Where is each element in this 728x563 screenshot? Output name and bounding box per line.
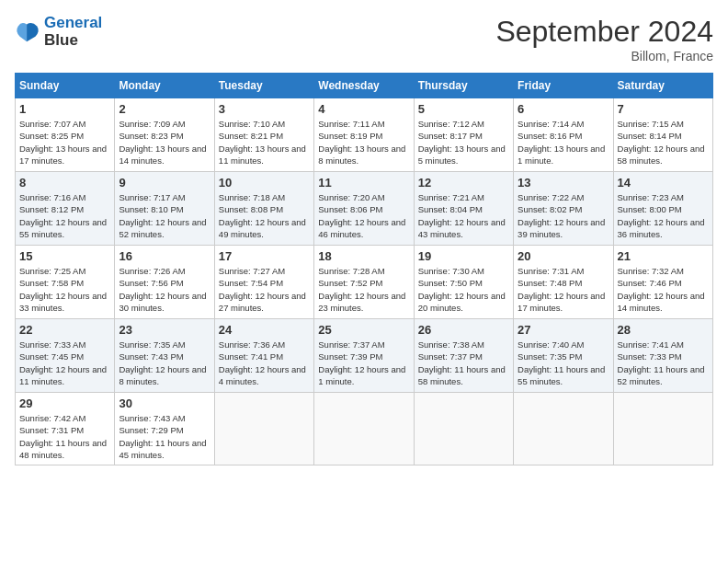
weekday-header-row: SundayMondayTuesdayWednesdayThursdayFrid… — [16, 74, 713, 98]
day-number: 1 — [19, 102, 110, 116]
weekday-header-thursday: Thursday — [414, 74, 513, 98]
day-number: 4 — [318, 102, 409, 116]
day-info: Sunrise: 7:40 AMSunset: 7:35 PMDaylight:… — [518, 339, 609, 387]
day-info: Sunrise: 7:17 AMSunset: 8:10 PMDaylight:… — [119, 191, 210, 240]
calendar-table: SundayMondayTuesdayWednesdayThursdayFrid… — [15, 73, 713, 465]
day-info: Sunrise: 7:36 AMSunset: 7:41 PMDaylight:… — [219, 339, 310, 387]
day-number: 11 — [318, 176, 409, 190]
calendar-cell: 16Sunrise: 7:26 AMSunset: 7:56 PMDayligh… — [115, 246, 214, 319]
day-number: 9 — [119, 176, 210, 190]
day-number: 6 — [518, 102, 609, 116]
calendar-cell: 12Sunrise: 7:21 AMSunset: 8:04 PMDayligh… — [414, 172, 513, 246]
calendar-cell: 21Sunrise: 7:32 AMSunset: 7:46 PMDayligh… — [613, 246, 712, 319]
day-info: Sunrise: 7:15 AMSunset: 8:14 PMDaylight:… — [618, 118, 709, 167]
calendar-cell: 19Sunrise: 7:30 AMSunset: 7:50 PMDayligh… — [414, 246, 513, 319]
day-info: Sunrise: 7:07 AMSunset: 8:25 PMDaylight:… — [19, 118, 110, 167]
day-number: 17 — [219, 249, 310, 263]
day-number: 12 — [418, 176, 509, 190]
day-info: Sunrise: 7:38 AMSunset: 7:37 PMDaylight:… — [418, 339, 509, 387]
calendar-cell: 30Sunrise: 7:43 AMSunset: 7:29 PMDayligh… — [115, 393, 214, 465]
calendar-cell: 14Sunrise: 7:23 AMSunset: 8:00 PMDayligh… — [613, 172, 712, 246]
day-info: Sunrise: 7:37 AMSunset: 7:39 PMDaylight:… — [318, 339, 409, 387]
calendar-cell — [613, 393, 712, 465]
calendar-cell: 6Sunrise: 7:14 AMSunset: 8:16 PMDaylight… — [514, 98, 613, 172]
logo-icon — [15, 19, 40, 45]
logo: General Blue — [15, 15, 102, 49]
day-info: Sunrise: 7:33 AMSunset: 7:45 PMDaylight:… — [19, 339, 110, 387]
day-info: Sunrise: 7:32 AMSunset: 7:46 PMDaylight:… — [618, 265, 709, 314]
calendar-cell: 24Sunrise: 7:36 AMSunset: 7:41 PMDayligh… — [214, 319, 313, 393]
day-number: 2 — [119, 102, 210, 116]
weekday-header-tuesday: Tuesday — [214, 74, 313, 98]
day-number: 25 — [318, 323, 409, 337]
day-info: Sunrise: 7:09 AMSunset: 8:23 PMDaylight:… — [119, 118, 210, 167]
calendar-cell: 22Sunrise: 7:33 AMSunset: 7:45 PMDayligh… — [16, 319, 115, 393]
title-section: September 2024 Billom, France — [495, 15, 713, 63]
weekday-header-saturday: Saturday — [613, 74, 712, 98]
day-info: Sunrise: 7:25 AMSunset: 7:58 PMDaylight:… — [19, 265, 110, 314]
day-number: 10 — [219, 176, 310, 190]
day-info: Sunrise: 7:22 AMSunset: 8:02 PMDaylight:… — [518, 191, 609, 240]
day-info: Sunrise: 7:35 AMSunset: 7:43 PMDaylight:… — [119, 339, 210, 387]
day-number: 13 — [518, 176, 609, 190]
calendar-week-4: 22Sunrise: 7:33 AMSunset: 7:45 PMDayligh… — [16, 319, 713, 393]
day-number: 8 — [19, 176, 110, 190]
calendar-cell: 18Sunrise: 7:28 AMSunset: 7:52 PMDayligh… — [314, 246, 414, 319]
day-number: 16 — [119, 249, 210, 263]
calendar-week-1: 1Sunrise: 7:07 AMSunset: 8:25 PMDaylight… — [16, 98, 713, 172]
calendar-cell: 7Sunrise: 7:15 AMSunset: 8:14 PMDaylight… — [613, 98, 712, 172]
calendar-week-2: 8Sunrise: 7:16 AMSunset: 8:12 PMDaylight… — [16, 172, 713, 246]
calendar-cell: 25Sunrise: 7:37 AMSunset: 7:39 PMDayligh… — [314, 319, 414, 393]
day-number: 14 — [618, 176, 709, 190]
calendar-cell: 28Sunrise: 7:41 AMSunset: 7:33 PMDayligh… — [613, 319, 712, 393]
day-info: Sunrise: 7:27 AMSunset: 7:54 PMDaylight:… — [219, 265, 310, 314]
location: Billom, France — [495, 49, 713, 63]
day-info: Sunrise: 7:11 AMSunset: 8:19 PMDaylight:… — [318, 118, 409, 167]
page-header: General Blue September 2024 Billom, Fran… — [15, 15, 713, 63]
day-info: Sunrise: 7:42 AMSunset: 7:31 PMDaylight:… — [19, 412, 110, 461]
day-number: 7 — [618, 102, 709, 116]
calendar-cell: 29Sunrise: 7:42 AMSunset: 7:31 PMDayligh… — [16, 393, 115, 465]
day-number: 30 — [119, 396, 210, 410]
calendar-cell: 3Sunrise: 7:10 AMSunset: 8:21 PMDaylight… — [214, 98, 313, 172]
calendar-cell: 1Sunrise: 7:07 AMSunset: 8:25 PMDaylight… — [16, 98, 115, 172]
calendar-cell — [514, 393, 613, 465]
calendar-cell — [214, 393, 313, 465]
day-number: 18 — [318, 249, 409, 263]
day-info: Sunrise: 7:12 AMSunset: 8:17 PMDaylight:… — [418, 118, 509, 167]
day-info: Sunrise: 7:26 AMSunset: 7:56 PMDaylight:… — [119, 265, 210, 314]
calendar-cell: 9Sunrise: 7:17 AMSunset: 8:10 PMDaylight… — [115, 172, 214, 246]
day-info: Sunrise: 7:14 AMSunset: 8:16 PMDaylight:… — [518, 118, 609, 167]
weekday-header-sunday: Sunday — [16, 74, 115, 98]
calendar-cell: 2Sunrise: 7:09 AMSunset: 8:23 PMDaylight… — [115, 98, 214, 172]
calendar-cell — [314, 393, 414, 465]
weekday-header-wednesday: Wednesday — [314, 74, 414, 98]
calendar-cell: 11Sunrise: 7:20 AMSunset: 8:06 PMDayligh… — [314, 172, 414, 246]
day-number: 3 — [219, 102, 310, 116]
day-number: 5 — [418, 102, 509, 116]
calendar-cell: 23Sunrise: 7:35 AMSunset: 7:43 PMDayligh… — [115, 319, 214, 393]
day-info: Sunrise: 7:16 AMSunset: 8:12 PMDaylight:… — [19, 191, 110, 240]
calendar-cell: 5Sunrise: 7:12 AMSunset: 8:17 PMDaylight… — [414, 98, 513, 172]
calendar-cell: 15Sunrise: 7:25 AMSunset: 7:58 PMDayligh… — [16, 246, 115, 319]
day-number: 28 — [618, 323, 709, 337]
day-number: 27 — [518, 323, 609, 337]
day-info: Sunrise: 7:41 AMSunset: 7:33 PMDaylight:… — [618, 339, 709, 387]
day-number: 26 — [418, 323, 509, 337]
day-info: Sunrise: 7:21 AMSunset: 8:04 PMDaylight:… — [418, 191, 509, 240]
day-info: Sunrise: 7:31 AMSunset: 7:48 PMDaylight:… — [518, 265, 609, 314]
day-number: 29 — [19, 396, 110, 410]
month-title: September 2024 — [495, 15, 713, 49]
calendar-cell: 4Sunrise: 7:11 AMSunset: 8:19 PMDaylight… — [314, 98, 414, 172]
day-info: Sunrise: 7:43 AMSunset: 7:29 PMDaylight:… — [119, 412, 210, 461]
logo-text: General Blue — [44, 15, 102, 49]
day-info: Sunrise: 7:28 AMSunset: 7:52 PMDaylight:… — [318, 265, 409, 314]
calendar-week-3: 15Sunrise: 7:25 AMSunset: 7:58 PMDayligh… — [16, 246, 713, 319]
calendar-cell: 27Sunrise: 7:40 AMSunset: 7:35 PMDayligh… — [514, 319, 613, 393]
day-info: Sunrise: 7:20 AMSunset: 8:06 PMDaylight:… — [318, 191, 409, 240]
day-number: 21 — [618, 249, 709, 263]
day-number: 22 — [19, 323, 110, 337]
day-number: 19 — [418, 249, 509, 263]
day-number: 23 — [119, 323, 210, 337]
calendar-cell: 26Sunrise: 7:38 AMSunset: 7:37 PMDayligh… — [414, 319, 513, 393]
